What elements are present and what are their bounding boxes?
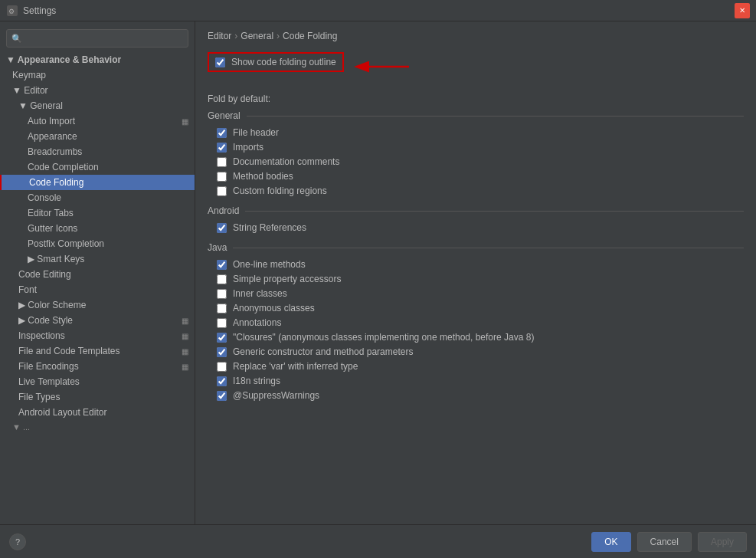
sidebar-item-label: ▶ Color Scheme [18,300,86,310]
sidebar-item-label: Code Editing [18,269,71,280]
sidebar-item-file-types[interactable]: File Types [0,389,195,405]
cb-row-generic-constructor: Generic constructor and method parameter… [208,346,744,357]
cb-row-imports: Imports [208,142,744,153]
sidebar-item-inspections[interactable]: Inspections ▦ [0,328,195,343]
show-code-folding-checkbox[interactable] [215,57,225,67]
sidebar-item-appearance-behavior[interactable]: ▼ Appearance & Behavior [0,52,195,67]
cb-string-references[interactable] [217,223,227,233]
cb-suppress-warnings-label[interactable]: @SuppressWarnings [233,390,319,401]
close-button[interactable]: ✕ [735,3,750,18]
sidebar-item-font[interactable]: Font [0,282,195,297]
sidebar-item-code-folding[interactable]: Code Folding [0,175,195,190]
group-title-general: General [208,110,744,123]
settings-icon: ▦ [182,317,188,325]
search-box[interactable]: 🔍 [6,29,188,48]
cb-anonymous-classes-label[interactable]: Anonymous classes [233,303,315,313]
cb-file-header-label[interactable]: File header [233,127,279,138]
ok-button[interactable]: OK [591,532,630,552]
sidebar-item-editor[interactable]: ▼ Editor [0,83,195,98]
sidebar-item-more[interactable]: ▼ ... [0,420,195,434]
sidebar-item-color-scheme[interactable]: ▶ Color Scheme [0,297,195,313]
sidebar-item-label: Breadcrumbs [28,146,82,157]
sidebar-item-keymap[interactable]: Keymap [0,67,195,83]
sidebar-item-label: Android Layout Editor [18,407,106,418]
sidebar-item-smart-keys[interactable]: ▶ Smart Keys [0,251,195,267]
breadcrumb-general: General [241,31,273,41]
breadcrumb-sep2: › [277,31,280,41]
cb-closures[interactable] [217,333,227,343]
breadcrumb-editor: Editor [208,31,231,41]
sidebar-item-file-encodings[interactable]: File Encodings ▦ [0,359,195,374]
sidebar-item-label: ▼ ... [12,422,30,432]
sidebar-item-gutter-icons[interactable]: Gutter Icons [0,221,195,236]
sidebar-item-code-completion[interactable]: Code Completion [0,159,195,175]
cb-one-line-methods[interactable] [217,260,227,270]
red-arrow-annotation [352,54,413,81]
sidebar-item-auto-import[interactable]: Auto Import ▦ [0,113,195,129]
show-code-folding-label[interactable]: Show code folding outline [231,57,336,67]
cb-generic-constructor[interactable] [217,347,227,357]
app-icon: ⚙ [6,5,18,17]
main-container: 🔍 ▼ Appearance & Behavior Keymap ▼ Edito… [0,21,756,524]
window-title: Settings [23,5,735,16]
cb-row-doc-comments: Documentation comments [208,156,744,167]
cb-replace-var-label[interactable]: Replace 'var' with inferred type [233,361,358,372]
cb-row-anonymous-classes: Anonymous classes [208,303,744,313]
cb-simple-property[interactable] [217,274,227,284]
cb-string-references-label[interactable]: String References [233,222,306,233]
cb-annotations-label[interactable]: Annotations [233,317,281,328]
cb-custom-folding[interactable] [217,186,227,196]
search-input[interactable] [25,33,183,44]
cb-closures-label[interactable]: "Closures" (anonymous classes implementi… [233,332,534,343]
breadcrumb-sep1: › [234,31,237,41]
cb-row-annotations: Annotations [208,317,744,328]
cb-row-string-references: String References [208,222,744,233]
cb-annotations[interactable] [217,318,227,328]
sidebar-item-editor-tabs[interactable]: Editor Tabs [0,205,195,221]
apply-button[interactable]: Apply [698,532,747,552]
sidebar-item-console[interactable]: Console [0,190,195,205]
cb-i18n-strings[interactable] [217,376,227,386]
fold-by-default-label: Fold by default: [208,94,744,104]
sidebar-item-code-style[interactable]: ▶ Code Style ▦ [0,313,195,328]
sidebar-item-code-editing[interactable]: Code Editing [0,267,195,282]
cb-custom-folding-label[interactable]: Custom folding regions [233,185,327,196]
cb-file-header[interactable] [217,128,227,138]
cb-generic-constructor-label[interactable]: Generic constructor and method parameter… [233,346,413,357]
cb-inner-classes-label[interactable]: Inner classes [233,288,287,299]
cb-anonymous-classes[interactable] [217,304,227,313]
cancel-button[interactable]: Cancel [637,532,692,552]
show-code-folding-row: Show code folding outline [208,52,744,83]
cb-inner-classes[interactable] [217,289,227,299]
cb-i18n-strings-label[interactable]: I18n strings [233,376,280,386]
sidebar-item-label: Postfix Completion [28,238,104,249]
cb-one-line-methods-label[interactable]: One-line methods [233,259,306,270]
group-general: General File header Imports Documentatio… [208,110,744,196]
sidebar-item-label: Auto Import [28,116,75,126]
cb-replace-var[interactable] [217,362,227,372]
cb-doc-comments-label[interactable]: Documentation comments [233,156,339,167]
sidebar-item-label: Font [18,284,37,295]
cb-method-bodies[interactable] [217,172,227,182]
sidebar-item-label: Live Templates [18,376,80,387]
cb-imports-label[interactable]: Imports [233,142,263,153]
sidebar-item-file-code-templates[interactable]: File and Code Templates ▦ [0,343,195,359]
sidebar-item-appearance[interactable]: Appearance [0,129,195,144]
sidebar-item-android-layout-editor[interactable]: Android Layout Editor [0,405,195,420]
cb-imports[interactable] [217,143,227,153]
help-button[interactable]: ? [9,533,26,550]
sidebar-item-label: Console [28,192,61,203]
sidebar-item-live-templates[interactable]: Live Templates [0,374,195,389]
sidebar-item-postfix-completion[interactable]: Postfix Completion [0,236,195,251]
cb-row-custom-folding: Custom folding regions [208,185,744,196]
sidebar-item-label: File Types [18,392,60,402]
sidebar-item-label: Inspections [18,330,65,341]
cb-suppress-warnings[interactable] [217,391,227,401]
group-android: Android String References [208,205,744,233]
cb-simple-property-label[interactable]: Simple property accessors [233,274,341,284]
cb-doc-comments[interactable] [217,157,227,167]
sidebar-item-breadcrumbs[interactable]: Breadcrumbs [0,144,195,159]
cb-method-bodies-label[interactable]: Method bodies [233,171,293,182]
settings-icon: ▦ [182,363,188,371]
sidebar-item-general[interactable]: ▼ General [0,98,195,113]
